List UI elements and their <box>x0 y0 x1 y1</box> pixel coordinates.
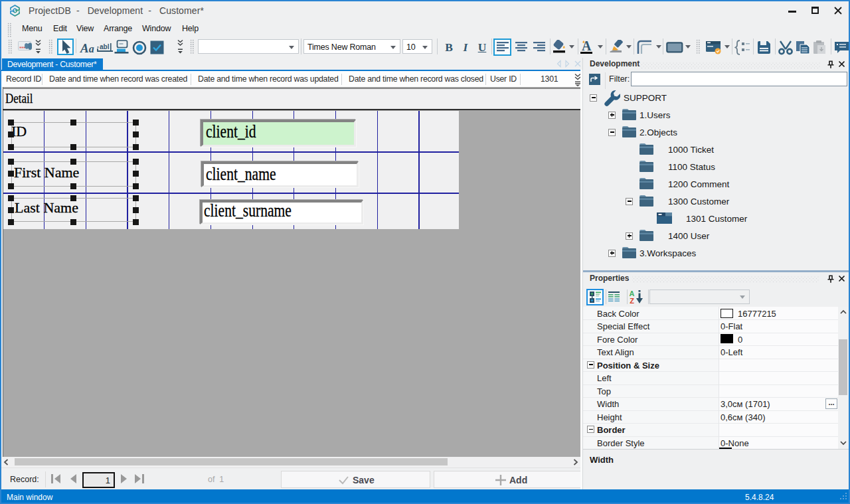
svg-text:abl: abl <box>100 43 110 50</box>
